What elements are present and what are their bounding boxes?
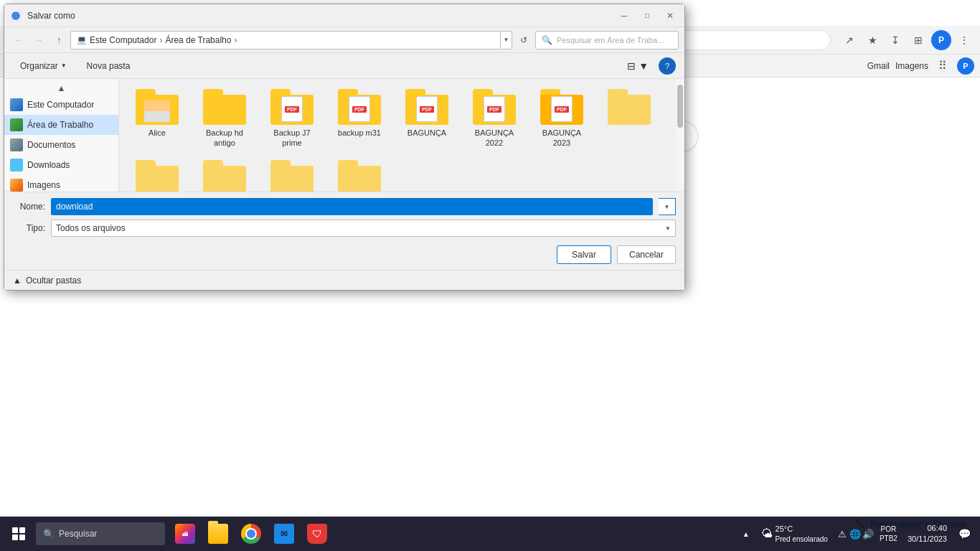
path-part-computer[interactable]: Este Computador <box>90 35 156 45</box>
pdf-overlay: PDF <box>349 96 370 122</box>
sys-tray-icons: ⚠ 🌐 🔊 <box>837 528 874 540</box>
taskbar-folder-icon[interactable] <box>202 518 234 550</box>
new-folder-button[interactable]: Nova pasta <box>80 57 138 75</box>
dialog-forward-button[interactable]: → <box>30 32 47 49</box>
taskbar-clock[interactable]: 06:40 30/11/2023 <box>903 523 951 545</box>
dialog-minimize-button[interactable]: ─ <box>616 7 633 24</box>
file-item[interactable]: PDF BAGUNÇA 2022 <box>462 85 527 153</box>
tipo-dropdown-arrow: ▼ <box>665 225 671 232</box>
folder-icon <box>608 89 651 125</box>
city-app-icon: 🏙 <box>175 524 195 544</box>
file-item[interactable] <box>125 156 189 192</box>
search-icon-taskbar: 🔍 <box>43 529 55 540</box>
start-button[interactable] <box>3 518 34 550</box>
folder-icon <box>136 160 179 192</box>
taskbar-search[interactable]: 🔍 Pesquisar <box>36 522 165 545</box>
help-button[interactable]: ? <box>659 57 676 75</box>
taskbar-chrome-icon[interactable] <box>235 518 267 550</box>
sidebar-item-images[interactable]: Imagens <box>4 175 118 192</box>
cancel-button[interactable]: Cancelar <box>617 245 676 264</box>
shield-app-icon: 🛡 <box>307 524 327 544</box>
dialog-maximize-button[interactable]: □ <box>639 7 656 24</box>
name-label: Nome: <box>13 202 45 212</box>
folder-icon <box>338 160 381 192</box>
dialog-search-bar[interactable]: 🔍 Pesquisar em Área de Traba... <box>535 31 679 50</box>
sidebar-item-docs[interactable]: Documentos <box>4 135 118 155</box>
name-input[interactable] <box>51 198 653 215</box>
dialog-title-text: Salvar como <box>27 11 610 21</box>
taskbar-shield-icon[interactable]: 🛡 <box>301 518 333 550</box>
mail-app-icon: ✉ <box>274 524 294 544</box>
bookmarks-profile[interactable]: P <box>957 57 974 75</box>
taskbar-mail-icon[interactable]: ✉ <box>268 518 300 550</box>
file-label: Backup hd antigo <box>196 128 253 149</box>
taskbar-icons: 🏙 ✉ 🛡 <box>169 518 333 550</box>
dialog-refresh-button[interactable]: ↺ <box>515 32 532 49</box>
clock-time: 06:40 <box>927 523 947 534</box>
file-label: BAGUNÇA 2023 <box>533 128 590 149</box>
name-dropdown-button[interactable]: ▼ <box>659 198 676 215</box>
bookmark-button[interactable]: ★ <box>862 30 882 50</box>
up-arrow-icon: ▲ <box>13 276 22 286</box>
download-button[interactable]: ↧ <box>885 30 905 50</box>
dialog-search-placeholder: Pesquisar em Área de Traba... <box>557 36 664 44</box>
dialog-path-bar[interactable]: 💻 Este Computador › Área de Trabalho › <box>70 31 501 50</box>
file-item[interactable] <box>327 156 392 192</box>
dialog-up-button[interactable]: ↑ <box>50 32 67 49</box>
path-part-desktop[interactable]: Área de Trabalho <box>165 35 231 45</box>
taskbar-city-icon[interactable]: 🏙 <box>169 518 201 550</box>
file-item[interactable]: PDF BAGUNÇA 2023 <box>529 85 594 153</box>
taskbar-weather[interactable]: 🌤 25°C Pred ensolarado <box>755 524 834 543</box>
footer-actions: Salvar Cancelar <box>13 241 676 264</box>
downloads-icon <box>10 159 23 171</box>
show-hidden-icons-button[interactable]: ▲ <box>740 527 753 541</box>
organize-dropdown-arrow: ▼ <box>61 62 67 69</box>
images-link[interactable]: Imagens <box>895 61 928 71</box>
apps-button[interactable]: ⠿ <box>934 57 951 75</box>
dialog-titlebar: Salvar como ─ □ ✕ <box>4 4 684 27</box>
notification-button[interactable]: 💬 <box>954 518 974 550</box>
organize-button[interactable]: Organizar ▼ <box>13 57 74 75</box>
file-item[interactable] <box>260 156 324 192</box>
sidebar-item-downloads[interactable]: Downloads <box>4 155 118 175</box>
tipo-select[interactable]: Todos os arquivos ▼ <box>51 220 676 237</box>
save-button[interactable]: Salvar <box>557 245 611 264</box>
network-icon[interactable]: 🌐 <box>849 528 861 540</box>
folder-icon: PDF <box>270 89 314 125</box>
computer-icon-small: 💻 <box>77 35 87 44</box>
file-area-scrollbar[interactable] <box>676 79 684 192</box>
file-item[interactable]: Alice <box>125 85 189 153</box>
sidebar-scroll-up[interactable]: ▲ <box>4 82 118 95</box>
gmail-link[interactable]: Gmail <box>867 61 890 71</box>
folder-icon: PDF <box>405 89 448 125</box>
dialog-toolbar: ← → ↑ 💻 Este Computador › Área de Trabal… <box>4 27 684 53</box>
sidebar-item-computer[interactable]: Este Computador <box>4 95 118 115</box>
sidebar-item-desktop[interactable]: Área de Trabalho <box>4 115 118 135</box>
volume-icon[interactable]: 🔊 <box>862 528 874 540</box>
file-item[interactable]: PDF backup m31 <box>327 85 392 153</box>
dialog-back-button[interactable]: ← <box>10 32 27 49</box>
file-item[interactable]: PDF BAGUNÇA <box>395 85 459 153</box>
file-item[interactable]: PDF Backup J7 prime <box>260 85 324 153</box>
path-dropdown-button[interactable]: ▼ <box>501 31 512 50</box>
dialog-close-button[interactable]: ✕ <box>661 7 679 24</box>
dialog-body: ▲ Este Computador Área de Trabalho Docum… <box>4 79 684 192</box>
dialog-action-bar: Organizar ▼ Nova pasta ⊟ ▼ ? <box>4 53 684 79</box>
menu-button[interactable]: ⋮ <box>954 30 974 50</box>
grid-button[interactable]: ⊞ <box>908 30 928 50</box>
toggle-folders-bar[interactable]: ▲ Ocultar pastas <box>4 270 684 290</box>
file-item[interactable] <box>192 156 257 192</box>
warning-sys-icon[interactable]: ⚠ <box>837 528 848 540</box>
windows-icon <box>12 527 25 540</box>
footer-name-row: Nome: ▼ <box>13 198 676 215</box>
folder-icon: PDF <box>473 89 516 125</box>
path-separator-2: › <box>234 35 237 45</box>
file-item[interactable]: Backup hd antigo <box>192 85 257 153</box>
file-label: BAGUNÇA 2022 <box>466 128 523 149</box>
view-button[interactable]: ⊟ ▼ <box>620 57 656 75</box>
taskbar-language[interactable]: POR PTB2 <box>877 524 900 543</box>
profile-avatar[interactable]: P <box>931 30 951 50</box>
search-icon-dialog: 🔍 <box>542 35 552 45</box>
file-item[interactable] <box>597 85 661 153</box>
share-button[interactable]: ↗ <box>839 30 859 50</box>
